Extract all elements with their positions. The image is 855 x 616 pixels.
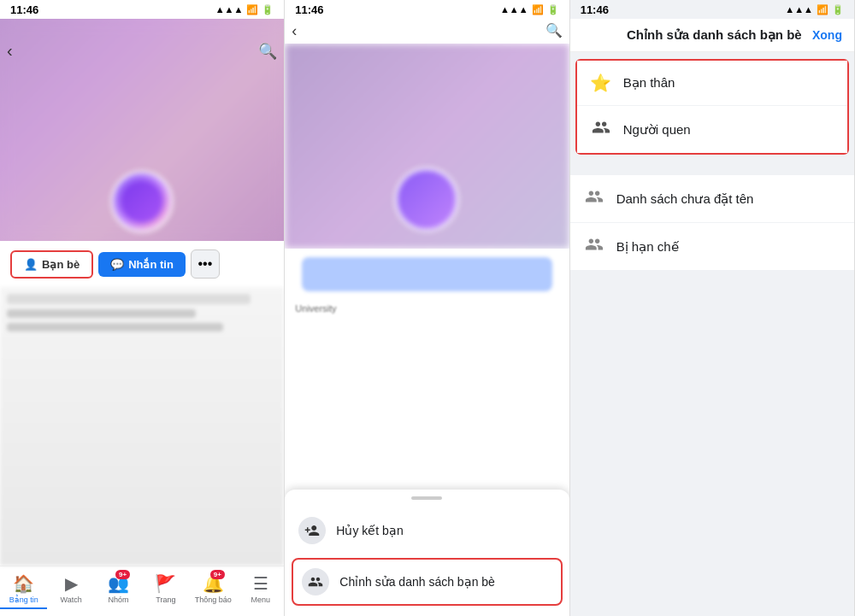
blue-button-2 <box>302 257 551 291</box>
nav-item-bang-tin[interactable]: 🏠 Bảng tin <box>0 570 47 609</box>
star-icon: ⭐ <box>589 73 613 93</box>
ban-than-item[interactable]: ⭐ Bạn thân <box>577 61 847 106</box>
search-icon-2[interactable]: 🔍 <box>545 22 563 40</box>
search-icon-1[interactable]: 🔍 <box>258 42 277 61</box>
status-icons-1: ▲▲▲ 📶 🔋 <box>215 4 274 15</box>
nav-label-bang-tin: Bảng tin <box>9 595 38 604</box>
huy-ket-ban-item[interactable]: Hủy kết bạn <box>285 507 569 554</box>
huy-ket-ban-icon <box>298 517 326 544</box>
panel-3: 11:46 ▲▲▲ 📶 🔋 Chỉnh sửa danh sách bạn bè… <box>570 0 855 616</box>
nav-top-2: ‹ 🔍 <box>285 19 569 44</box>
bi-han-che-label: Bị hạn chế <box>616 239 679 255</box>
huy-ket-ban-label: Hủy kết bạn <box>336 524 403 537</box>
nav-label-menu: Menu <box>251 595 270 604</box>
nav-item-nhom[interactable]: 9+ 👥 Nhóm <box>95 570 142 609</box>
nav-top-1: ‹ 🔍 <box>0 38 284 64</box>
time-2: 11:46 <box>295 3 323 16</box>
nav-item-thong-bao[interactable]: 9+ 🔔 Thông báo <box>190 570 237 609</box>
danh-sach-label: Danh sách chưa đặt tên <box>616 191 754 207</box>
chinh-sua-item[interactable]: Chỉnh sửa danh sách bạn bè <box>292 558 562 606</box>
acquaintance-icon <box>589 118 613 141</box>
cover-area-1: ‹ 🔍 <box>0 19 284 241</box>
panel3-title: Chỉnh sửa danh sách bạn bè <box>616 27 812 43</box>
nav-item-menu[interactable]: ☰ Menu <box>237 570 284 609</box>
nhom-badge: 9+ <box>115 570 130 579</box>
signal-icon: ▲▲▲ <box>215 4 244 15</box>
wifi-icon: 📶 <box>246 4 258 15</box>
avatar-2 <box>395 167 459 232</box>
status-bar-3: 11:46 ▲▲▲ 📶 🔋 <box>570 0 854 19</box>
nav-item-watch[interactable]: ▶ Watch <box>47 570 94 609</box>
panel-1: 11:46 ▲▲▲ 📶 🔋 ‹ 🔍 👤 Bạn bè 💬 Nhắn tin <box>0 0 285 616</box>
blurred-content-1 <box>0 287 284 566</box>
sheet-handle <box>411 496 442 500</box>
nav-item-trang[interactable]: 🚩 Trang <box>142 570 189 609</box>
status-bar-2: 11:46 ▲▲▲ 📶 🔋 <box>285 0 569 19</box>
chinh-sua-label: Chỉnh sửa danh sách bạn bè <box>339 575 495 589</box>
ellipsis-icon: ••• <box>198 256 212 272</box>
signal-icon-3: ▲▲▲ <box>785 4 813 15</box>
plain-list: Danh sách chưa đặt tên Bị hạn chế <box>570 175 854 270</box>
watch-icon: ▶ <box>65 573 78 594</box>
battery-icon: 🔋 <box>262 4 274 15</box>
signal-icon-2: ▲▲▲ <box>500 4 528 15</box>
university-text: University <box>285 300 569 317</box>
message-button[interactable]: 💬 Nhắn tin <box>98 252 186 277</box>
separator-1 <box>570 161 854 168</box>
panel-2: 11:46 ▲▲▲ 📶 🔋 ‹ 🔍 University Hủy kết bạn <box>285 0 569 616</box>
avatar-1 <box>111 171 173 232</box>
battery-icon-3: 🔋 <box>832 4 844 15</box>
action-buttons-1: 👤 Bạn bè 💬 Nhắn tin ••• <box>0 241 284 287</box>
status-bar-1: 11:46 ▲▲▲ 📶 🔋 <box>0 0 284 19</box>
close-button[interactable]: Xong <box>812 28 842 42</box>
status-icons-2: ▲▲▲ 📶 🔋 <box>500 4 559 15</box>
back-button-1[interactable]: ‹ <box>7 41 13 61</box>
nguoi-quen-label: Người quen <box>623 122 691 138</box>
menu-icon: ☰ <box>253 573 268 594</box>
thong-bao-badge: 9+ <box>210 570 225 579</box>
home-icon: 🏠 <box>13 573 34 594</box>
wifi-icon-2: 📶 <box>532 4 544 15</box>
more-button[interactable]: ••• <box>191 249 220 279</box>
chinh-sua-icon <box>302 568 329 595</box>
friend-button[interactable]: 👤 Bạn bè <box>10 250 93 279</box>
battery-icon-2: 🔋 <box>547 4 559 15</box>
messenger-icon: 💬 <box>110 258 124 271</box>
bottom-nav: 🏠 Bảng tin ▶ Watch 9+ 👥 Nhóm 🚩 Trang 9+ … <box>0 566 284 616</box>
nav-label-watch: Watch <box>61 595 82 604</box>
nav-label-thong-bao: Thông báo <box>195 595 232 604</box>
bottom-sheet: Hủy kết bạn Chỉnh sửa danh sách bạn bè <box>285 490 569 616</box>
time-3: 11:46 <box>581 3 609 16</box>
time-1: 11:46 <box>10 3 38 16</box>
highlighted-list: ⭐ Bạn thân Người quen <box>575 59 849 155</box>
bi-han-che-item[interactable]: Bị hạn chế <box>570 223 854 270</box>
panel3-fill <box>570 270 854 616</box>
cover-2 <box>285 44 569 249</box>
list-icon <box>582 187 606 210</box>
page-icon: 🚩 <box>155 573 176 594</box>
ban-than-label: Bạn thân <box>623 75 675 91</box>
nguoi-quen-item[interactable]: Người quen <box>577 106 847 153</box>
status-icons-3: ▲▲▲ 📶 🔋 <box>785 4 844 15</box>
avatar-inner-1 <box>121 180 163 223</box>
panel3-header: Chỉnh sửa danh sách bạn bè Xong <box>570 19 854 52</box>
nav-label-nhom: Nhóm <box>108 595 128 604</box>
restrict-icon <box>582 235 606 258</box>
wifi-icon-3: 📶 <box>817 4 828 15</box>
avatar-container-1 <box>111 171 173 232</box>
spacer-2 <box>285 317 569 490</box>
message-label: Nhắn tin <box>128 258 174 271</box>
friend-label: Bạn bè <box>42 258 80 271</box>
friend-icon: 👤 <box>24 258 38 271</box>
back-button-2[interactable]: ‹ <box>292 22 297 40</box>
danh-sach-item[interactable]: Danh sách chưa đặt tên <box>570 175 854 223</box>
nav-label-trang: Trang <box>156 595 175 604</box>
